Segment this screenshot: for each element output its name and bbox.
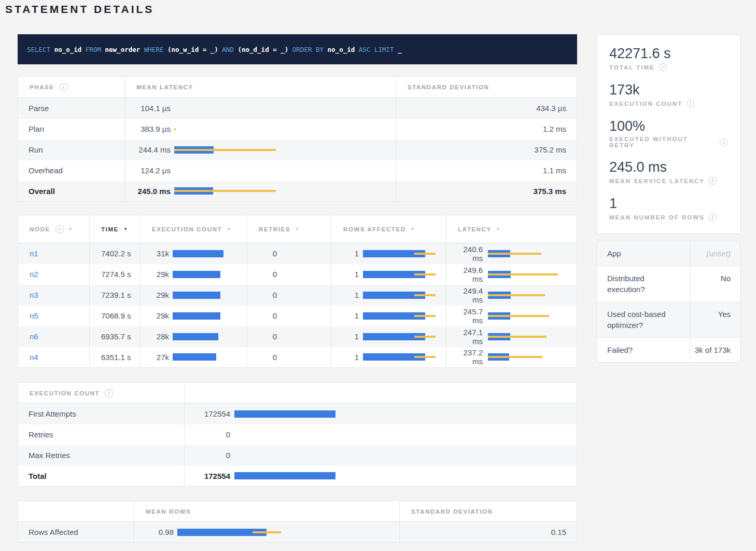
- phase-header-label: PHASE: [30, 84, 54, 90]
- table-row: n3 7239.1 s 29k 0 1 249.4 ms: [18, 285, 577, 306]
- latency-bar: [174, 126, 396, 133]
- sql-keyword: AND: [222, 46, 237, 53]
- node-link[interactable]: n1: [18, 249, 89, 258]
- latency-bar: [488, 353, 577, 361]
- property-value: Yes: [690, 302, 740, 337]
- node-link[interactable]: n5: [18, 311, 89, 320]
- table-row: Retries 0: [18, 424, 577, 445]
- std-dev-column-header: STANDARD DEVIATION: [400, 508, 577, 515]
- info-icon[interactable]: i: [709, 177, 717, 185]
- rows-affected-value: 1: [332, 332, 359, 341]
- execution-count-bar: [173, 250, 247, 257]
- mean-rows-header-label: MEAN ROWS: [146, 508, 191, 515]
- latency-value: 237.2 ms: [446, 348, 483, 366]
- sql-keyword: LIMIT: [374, 46, 398, 53]
- execution-count-bar: [234, 410, 577, 418]
- info-icon[interactable]: i: [687, 100, 694, 107]
- stat-label: EXECUTED WITHOUT RETRY: [609, 136, 716, 148]
- sort-arrow-icon[interactable]: ▼: [123, 227, 129, 231]
- execution-count-value: 31k: [141, 249, 169, 258]
- info-icon[interactable]: i: [55, 225, 64, 233]
- rows-affected-value: 1: [332, 311, 359, 320]
- stat-executed-without-retry: 100% EXECUTED WITHOUT RETRYi: [609, 118, 727, 148]
- rows-affected-bar: [363, 292, 446, 299]
- latency-bar: [488, 312, 577, 320]
- property-row: Failed? 3k of 173k: [597, 338, 740, 362]
- stat-value: 173k: [609, 81, 727, 98]
- stat-value: 245.0 ms: [609, 159, 727, 175]
- execution-count-value: 29k: [141, 270, 169, 279]
- sql-token: = _): [269, 46, 292, 53]
- execution-count-bar: [234, 452, 577, 459]
- sql-keyword: SELECT: [27, 46, 54, 53]
- sql-token: no_o_id: [328, 46, 359, 53]
- sql-keyword: ASC: [359, 46, 374, 53]
- time-value: 7274.5 s: [90, 270, 140, 279]
- rows-affected-column-header[interactable]: ROWS AFFECTED▼: [332, 226, 446, 232]
- sql-token: = _): [199, 46, 222, 53]
- info-icon[interactable]: i: [105, 389, 113, 397]
- execution-count-bar: [173, 312, 247, 320]
- execution-count-bar: [173, 333, 247, 340]
- retries-value: 0: [247, 311, 331, 320]
- info-icon[interactable]: i: [60, 83, 68, 91]
- std-dev-header-label: STANDARD DEVIATION: [408, 84, 489, 90]
- execution-count-table-header: EXECUTION COUNTi: [18, 389, 184, 397]
- execution-count-row-label: Max Retries: [18, 451, 184, 460]
- node-link[interactable]: n2: [18, 270, 89, 279]
- execution-count-bar: [173, 353, 247, 361]
- time-value: 7402.2 s: [90, 249, 140, 258]
- retries-column-header[interactable]: RETRIES▼: [247, 226, 331, 232]
- sort-arrow-icon[interactable]: ▼: [295, 227, 300, 231]
- sort-arrow-icon[interactable]: ▼: [227, 227, 232, 231]
- execution-count-column-header[interactable]: EXECUTION COUNT▼: [141, 226, 247, 232]
- latency-bar: [488, 333, 577, 340]
- rows-affected-value: 1: [332, 249, 359, 258]
- latency-column-header[interactable]: LATENCY▼: [446, 226, 577, 232]
- execution-count-bar: [234, 472, 577, 479]
- sort-arrow-icon[interactable]: ▼: [496, 227, 501, 231]
- info-icon[interactable]: i: [720, 139, 727, 146]
- sql-token: (: [237, 46, 242, 53]
- table-row: n6 6935.7 s 28k 0 1 247.1 ms: [18, 326, 577, 347]
- node-link[interactable]: n3: [18, 291, 89, 299]
- time-value: 7068.9 s: [90, 311, 140, 320]
- time-column-header[interactable]: TIME▼: [90, 226, 140, 232]
- stat-value: 100%: [609, 118, 727, 134]
- table-row: n4 6351.1 s 27k 0 1 237.2 ms: [18, 347, 577, 368]
- statement-properties-card: App (unset) Distributed execution? No Us…: [596, 241, 740, 363]
- retries-header-label: RETRIES: [259, 226, 290, 232]
- std-dev-column-header: STANDARD DEVIATION: [396, 84, 577, 90]
- execution-count-row-label: First Attempts: [18, 409, 184, 418]
- latency-value: 245.7 ms: [446, 307, 483, 325]
- table-row: Total 172554: [18, 466, 577, 487]
- phase-label: Parse: [18, 104, 124, 113]
- node-link[interactable]: n4: [18, 353, 89, 362]
- property-label: Failed?: [597, 338, 690, 362]
- sql-keyword: WHERE: [144, 46, 167, 53]
- node-link[interactable]: n6: [18, 332, 89, 341]
- latency-header-label: LATENCY: [458, 226, 492, 232]
- latency-bar: [174, 105, 396, 112]
- execution-count-row-value: 0: [185, 430, 230, 439]
- property-value: No: [690, 266, 740, 301]
- property-label: Used cost-based optimizer?: [597, 302, 690, 337]
- execution-count-value: 27k: [141, 353, 169, 362]
- rows-affected-bar: [363, 271, 446, 278]
- node-column-header[interactable]: NODEi▼: [18, 225, 89, 233]
- sort-arrow-icon[interactable]: ▼: [68, 227, 74, 231]
- sort-arrow-icon[interactable]: ▼: [411, 227, 416, 231]
- info-icon[interactable]: i: [659, 63, 667, 71]
- latency-bar: [488, 271, 577, 278]
- time-header-label: TIME: [101, 226, 119, 232]
- rows-affected-value: 1: [332, 270, 359, 279]
- phase-column-header: PHASEi: [18, 83, 124, 91]
- stat-label: TOTAL TIME: [609, 64, 655, 71]
- execution-count-row-label: Total: [18, 472, 184, 480]
- info-icon[interactable]: i: [709, 213, 717, 221]
- node-header-label: NODE: [30, 226, 50, 232]
- rows-affected-table: MEAN ROWS STANDARD DEVIATION Rows Affect…: [18, 501, 577, 543]
- execution-count-row-value: 0: [185, 451, 230, 460]
- execution-count-row-label: Retries: [18, 430, 184, 439]
- phase-label: Run: [18, 145, 124, 154]
